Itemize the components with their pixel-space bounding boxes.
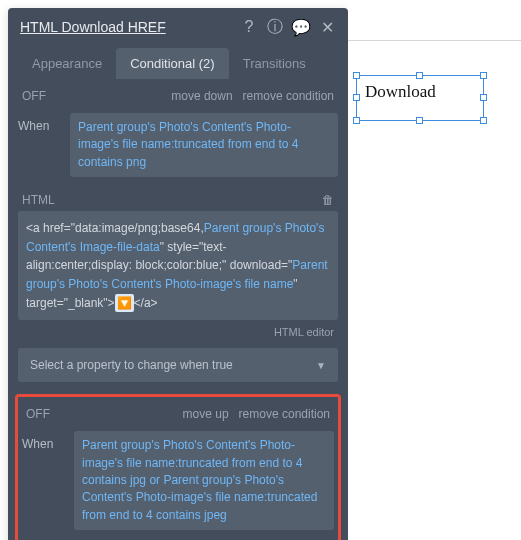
canvas-separator — [348, 40, 521, 41]
tab-transitions[interactable]: Transitions — [229, 48, 320, 79]
property-editor-panel: HTML Download HREF ? ⓘ 💬 ✕ Appearance Co… — [8, 8, 348, 540]
condition-state: OFF — [26, 407, 50, 421]
triangle-icon[interactable]: 🔽 — [115, 294, 134, 313]
property-select[interactable]: Select a property to change when true ▼ — [18, 348, 338, 382]
when-label: When — [18, 113, 60, 133]
when-expression-1[interactable]: Parent group's Photo's Content's Photo-i… — [70, 113, 338, 177]
when-expression-2[interactable]: Parent group's Photo's Content's Photo-i… — [74, 431, 334, 530]
when-label: When — [22, 431, 64, 451]
help-icon[interactable]: ? — [240, 18, 258, 36]
chevron-down-icon: ▼ — [316, 360, 326, 371]
resize-handle-mr[interactable] — [480, 94, 487, 101]
resize-handle-bm[interactable] — [416, 117, 423, 124]
tab-conditional[interactable]: Conditional (2) — [116, 48, 229, 79]
condition-2-header: OFF move up remove condition — [22, 403, 334, 427]
panel-header[interactable]: HTML Download HREF ? ⓘ 💬 ✕ — [8, 8, 348, 44]
info-icon[interactable]: ⓘ — [266, 18, 284, 36]
tab-bar: Appearance Conditional (2) Transitions — [8, 48, 348, 79]
condition-state: OFF — [22, 89, 46, 103]
html-literal: </a> — [134, 296, 158, 310]
close-icon[interactable]: ✕ — [318, 18, 336, 36]
panel-title[interactable]: HTML Download HREF — [20, 19, 240, 35]
remove-condition-link[interactable]: remove condition — [243, 89, 334, 103]
resize-handle-tr[interactable] — [480, 72, 487, 79]
resize-handle-br[interactable] — [480, 117, 487, 124]
trash-icon[interactable]: 🗑 — [322, 193, 334, 207]
when-row-2: When Parent group's Photo's Content's Ph… — [22, 427, 334, 534]
download-element[interactable]: Download — [356, 75, 484, 121]
html-editor-link[interactable]: HTML editor — [18, 320, 338, 348]
select-placeholder: Select a property to change when true — [30, 358, 233, 372]
html-literal: <a href="data:image/png;base64, — [26, 221, 204, 235]
move-up-link[interactable]: move up — [183, 407, 229, 421]
move-down-link[interactable]: move down — [171, 89, 232, 103]
html-label: HTML — [22, 193, 55, 207]
resize-handle-tl[interactable] — [353, 72, 360, 79]
expression-text[interactable]: Parent group's Photo's Content's Photo-i… — [82, 438, 317, 522]
comment-icon[interactable]: 💬 — [292, 18, 310, 36]
resize-handle-tm[interactable] — [416, 72, 423, 79]
html-code-box[interactable]: <a href="data:image/png;base64,Parent gr… — [18, 211, 338, 320]
condition-1-header: OFF move down remove condition — [18, 79, 338, 109]
condition-2-highlight: OFF move up remove condition When Parent… — [15, 394, 341, 540]
resize-handle-ml[interactable] — [353, 94, 360, 101]
panel-body: OFF move down remove condition When Pare… — [8, 79, 348, 540]
tab-appearance[interactable]: Appearance — [18, 48, 116, 79]
remove-condition-link[interactable]: remove condition — [239, 407, 330, 421]
html-head: HTML 🗑 — [18, 181, 338, 211]
when-row-1: When Parent group's Photo's Content's Ph… — [18, 109, 338, 181]
resize-handle-bl[interactable] — [353, 117, 360, 124]
expression-text[interactable]: Parent group's Photo's Content's Photo-i… — [78, 120, 298, 169]
download-text: Download — [365, 82, 436, 102]
